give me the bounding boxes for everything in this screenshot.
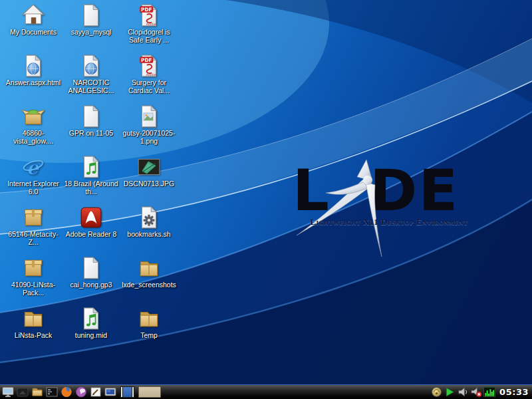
workspace-pager[interactable]: [120, 386, 134, 398]
file-manager-launcher[interactable]: [31, 386, 44, 398]
desktop-icon-clopidogrel-pdf[interactable]: Clopidogrel is Safe Early ...: [121, 3, 177, 45]
music-file-icon: [79, 155, 103, 179]
desktop-icon-label: gutsy-20071025-1.png: [121, 129, 177, 146]
text-editor-launcher[interactable]: [89, 386, 102, 398]
text-editor-icon: [90, 386, 102, 398]
desktop-icon-my-documents[interactable]: My Documents: [5, 3, 61, 36]
desktop-icon-label: GPR on 11-05: [69, 129, 113, 137]
desktop-icon-label: sayya_mysql: [71, 28, 112, 36]
folder-icon: [21, 307, 45, 331]
desktop-icon-linsta-pack-archive[interactable]: 41090-LiNsta-Pack...: [5, 256, 61, 297]
logo-letters-de: DE: [370, 158, 459, 223]
chat-app-icon: [75, 386, 87, 398]
display-settings-icon: [104, 386, 116, 398]
package-icon: [21, 256, 45, 280]
desktop-icon-bookmarks-sh[interactable]: bookmarks.sh: [121, 205, 177, 238]
desktop-icon-label: NARCOTIC ANALGESIC...: [63, 78, 119, 95]
desktop-icon-lxde-screenshots[interactable]: lxde_screenshots: [121, 256, 177, 289]
display-settings-launcher[interactable]: [104, 386, 117, 398]
html-document-icon: [79, 54, 103, 78]
desktop-icon-label: LiNsta-Pack: [15, 331, 53, 339]
system-tray: [430, 386, 495, 398]
logo-letter-l: L: [293, 158, 329, 223]
desktop-icon-label: Clopidogrel is Safe Early ...: [121, 28, 177, 45]
firefox-launcher[interactable]: [60, 386, 73, 398]
firefox-icon: [61, 386, 72, 398]
desktop-icon-label: bookmarks.sh: [127, 230, 170, 238]
package-icon: [21, 205, 45, 229]
task-window-button[interactable]: [138, 386, 161, 398]
workspace-1-active[interactable]: [123, 386, 132, 398]
start-play-icon: [444, 386, 456, 398]
open-package-icon: [21, 104, 45, 128]
volume-muted-icon: [471, 386, 482, 398]
desktop-icon-label: 46860-vista_glow....: [5, 129, 61, 146]
cpu-monitor-icon: [483, 386, 495, 398]
desktop-icon-narcotic-analgesic[interactable]: NARCOTIC ANALGESIC...: [63, 54, 119, 95]
document-icon: [79, 256, 103, 280]
volume-mixer-icon: [458, 386, 469, 398]
desktop-icon-label: tuning.mid: [75, 331, 107, 339]
pager-border: [132, 386, 134, 398]
pdf-icon: [137, 54, 161, 78]
chat-app-launcher[interactable]: [74, 386, 88, 398]
document-icon: [79, 3, 103, 27]
adobe-reader-icon: [79, 205, 103, 229]
desktop-icon-label: cai_hong.gp3: [70, 281, 112, 289]
desktop-icon-dscn0713[interactable]: DSCN0713.JPG: [121, 155, 177, 188]
terminal-icon: [46, 386, 58, 398]
lxde-desktop-screen: L DE Lightweight X11 Desktop Environment…: [0, 0, 532, 399]
desktop-icon-sayya-mysql[interactable]: sayya_mysql: [63, 3, 119, 36]
start-tray-button[interactable]: [444, 386, 456, 398]
desktop-icon-adobe-reader[interactable]: Adobe Reader 8: [63, 205, 119, 238]
desktop-icon-label: My Documents: [10, 28, 57, 36]
show-desktop-button[interactable]: [16, 386, 29, 398]
desktop-icon-label: Temp: [140, 331, 158, 339]
desktop-icon-label: 18 Brazil (Around th...: [63, 180, 119, 196]
lxde-tagline: Lightweight X11 Desktop Environment: [303, 217, 475, 227]
lxde-logo-art: L DE: [291, 158, 475, 265]
desktop-icon-answer-html[interactable]: Answer.aspx.html: [5, 54, 61, 86]
document-icon: [79, 104, 103, 128]
script-file-icon: [137, 205, 161, 229]
music-file-icon: [79, 307, 103, 331]
desktop-icon-linsta-pack-folder[interactable]: LiNsta-Pack: [5, 307, 61, 339]
desktop-icon-tuning-mid[interactable]: tuning.mid: [63, 307, 119, 339]
desktop-icon-label: Internet Explorer 6.0: [5, 180, 61, 196]
desktop-icon-gpr[interactable]: GPR on 11-05: [63, 104, 119, 137]
folder-icon: [137, 307, 161, 331]
desktop-icon-metacity[interactable]: 65146-Metacity-Z...: [5, 205, 61, 247]
desktop-icon-label: 65146-Metacity-Z...: [5, 230, 61, 247]
desktop-icon-label: 41090-LiNsta-Pack...: [5, 281, 61, 297]
volume-mixer-button[interactable]: [457, 386, 469, 398]
terminal-launcher[interactable]: [45, 386, 59, 398]
volume-muted-button[interactable]: [470, 386, 482, 398]
cpu-monitor-widget[interactable]: [483, 386, 495, 398]
desktop-icon-label: Surgery for Cardiac Val...: [121, 78, 177, 95]
taskbar-clock[interactable]: 05:33: [499, 387, 529, 397]
desktop-icon-surgery-pdf[interactable]: Surgery for Cardiac Val...: [121, 54, 177, 95]
services-tray-button[interactable]: [430, 386, 442, 398]
menu-monitor-icon: [2, 386, 14, 398]
taskbar: 05:33: [0, 384, 532, 399]
desktop-wallpaper[interactable]: L DE Lightweight X11 Desktop Environment…: [0, 0, 532, 384]
services-icon: [431, 386, 442, 398]
show-desktop-icon: [17, 386, 29, 398]
desktop-icon-vista-glow[interactable]: 46860-vista_glow....: [5, 104, 61, 146]
desktop-icon-label: Adobe Reader 8: [66, 230, 116, 238]
pdf-icon: [137, 3, 161, 27]
photo-thumbnail-icon: [137, 155, 161, 179]
internet-explorer-icon: [21, 155, 45, 179]
home-icon: [21, 3, 45, 27]
folder-icon: [137, 256, 161, 280]
desktop-icon-temp[interactable]: Temp: [121, 307, 177, 339]
html-document-icon: [21, 54, 45, 78]
desktop-icon-label: DSCN0713.JPG: [124, 180, 174, 188]
image-file-icon: [137, 104, 161, 128]
desktop-icon-label: Answer.aspx.html: [6, 78, 61, 86]
desktop-icon-gutsy-png[interactable]: gutsy-20071025-1.png: [121, 104, 177, 146]
desktop-icon-cai-hong[interactable]: cai_hong.gp3: [63, 256, 119, 289]
desktop-icon-18-brazil[interactable]: 18 Brazil (Around th...: [63, 155, 119, 196]
desktop-icon-internet-explorer[interactable]: Internet Explorer 6.0: [5, 155, 61, 196]
menu-button[interactable]: [1, 386, 15, 398]
